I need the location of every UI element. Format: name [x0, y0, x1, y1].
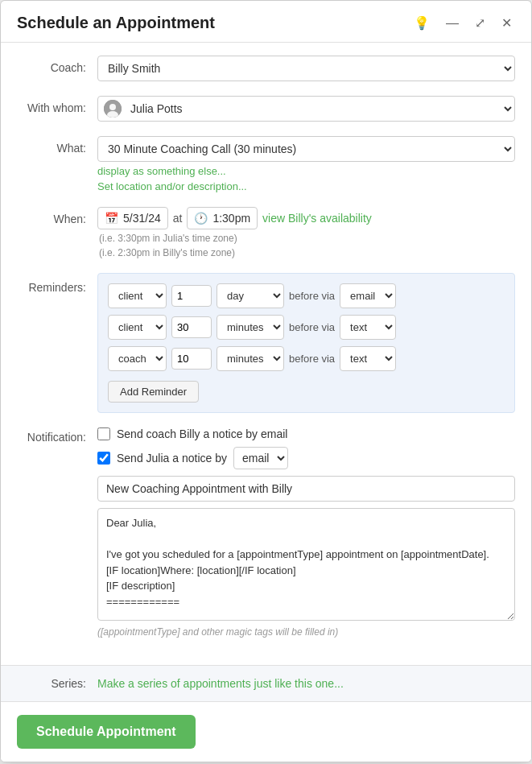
- series-label: Series:: [17, 677, 97, 690]
- reminder-1-who[interactable]: client coach: [108, 283, 167, 308]
- with-whom-row: With whom: Julia Potts: [17, 96, 515, 122]
- reminder-row-2: client coach minutes day hours before vi…: [108, 315, 505, 340]
- calendar-icon: 📅: [105, 212, 118, 225]
- schedule-appointment-dialog: Schedule an Appointment 💡 — ⤢ ✕ Coach: B…: [0, 0, 532, 762]
- date-input[interactable]: 📅 5/31/24: [97, 207, 168, 229]
- notification-row: Notification: Send coach Billy a notice …: [17, 427, 515, 638]
- when-label: When:: [17, 207, 97, 225]
- whom-select-wrapper: Julia Potts: [97, 96, 515, 122]
- coach-notice-checkbox[interactable]: [97, 427, 110, 440]
- with-whom-label: With whom:: [17, 96, 97, 114]
- what-row: What: 30 Minute Coaching Call (30 minute…: [17, 136, 515, 192]
- coach-notice-label[interactable]: Send coach Billy a notice by email: [117, 427, 287, 440]
- set-location-link[interactable]: Set location and/or description...: [97, 180, 515, 192]
- with-whom-select[interactable]: Julia Potts: [97, 96, 515, 122]
- reminder-row-3: coach client minutes day hours before vi…: [108, 346, 505, 371]
- dialog-title: Schedule an Appointment: [17, 14, 215, 32]
- client-notice-checkbox[interactable]: [97, 452, 110, 465]
- reminder-row-1: client coach day days minutes hours befo…: [108, 283, 505, 308]
- at-text: at: [173, 212, 183, 225]
- what-label: What:: [17, 136, 97, 155]
- notification-label: Notification:: [17, 427, 97, 444]
- reminder-3-num[interactable]: [171, 348, 212, 370]
- minimize-icon[interactable]: —: [443, 14, 462, 32]
- magic-tags-note: ([appointmentType] and other magic tags …: [97, 626, 515, 638]
- reminders-row: Reminders: client coach day days minute: [17, 273, 515, 413]
- dialog-header: Schedule an Appointment 💡 — ⤢ ✕: [1, 1, 531, 43]
- client-notice-label[interactable]: Send Julia a notice by: [117, 452, 227, 465]
- header-icons: 💡 — ⤢ ✕: [410, 14, 515, 32]
- when-note-1: (i.e. 3:30pm in Julia's time zone): [97, 233, 515, 244]
- coach-control: Billy Smith: [97, 56, 515, 81]
- clock-icon: 🕐: [194, 212, 208, 225]
- reminder-2-num[interactable]: [171, 316, 212, 338]
- what-control: 30 Minute Coaching Call (30 minutes) dis…: [97, 136, 515, 192]
- reminder-1-before-via: before via: [289, 290, 335, 302]
- when-note-2: (i.e. 2:30pm in Billy's time zone): [97, 247, 515, 258]
- notification-body-textarea[interactable]: Dear Julia, I've got you scheduled for a…: [97, 508, 515, 621]
- reminders-section: client coach day days minutes hours befo…: [97, 273, 515, 413]
- series-section: Series: Make a series of appointments ju…: [1, 665, 531, 702]
- when-row: When: 📅 5/31/24 at 🕐 1:30pm view Billy's…: [17, 207, 515, 258]
- with-whom-control: Julia Potts: [97, 96, 515, 122]
- reminder-3-channel[interactable]: text email: [340, 346, 396, 371]
- reminders-control: client coach day days minutes hours befo…: [97, 273, 515, 413]
- what-select[interactable]: 30 Minute Coaching Call (30 minutes): [97, 136, 515, 162]
- reminder-3-before-via: before via: [289, 353, 335, 365]
- reminder-2-who[interactable]: client coach: [108, 315, 167, 340]
- reminder-1-channel[interactable]: email text: [340, 283, 396, 308]
- view-availability-link[interactable]: view Billy's availability: [262, 212, 372, 225]
- reminder-2-before-via: before via: [289, 321, 335, 333]
- date-value: 5/31/24: [123, 212, 161, 225]
- series-link[interactable]: Make a series of appointments just like …: [97, 677, 344, 690]
- when-control: 📅 5/31/24 at 🕐 1:30pm view Billy's avail…: [97, 207, 515, 258]
- reminder-2-channel[interactable]: text email: [340, 315, 396, 340]
- close-icon[interactable]: ✕: [498, 14, 515, 32]
- dialog-body: Coach: Billy Smith With whom:: [1, 43, 531, 665]
- restore-icon[interactable]: ⤢: [472, 14, 489, 32]
- reminder-2-unit[interactable]: minutes day hours: [217, 315, 284, 340]
- coach-row: Coach: Billy Smith: [17, 56, 515, 81]
- when-inputs: 📅 5/31/24 at 🕐 1:30pm view Billy's avail…: [97, 207, 515, 229]
- time-value: 1:30pm: [212, 212, 250, 225]
- schedule-appointment-button[interactable]: Schedule Appointment: [17, 715, 196, 749]
- reminders-label: Reminders:: [17, 273, 97, 294]
- display-as-link[interactable]: display as something else...: [97, 165, 515, 177]
- notification-section: Send coach Billy a notice by email Send …: [97, 427, 515, 638]
- reminder-1-num[interactable]: [171, 285, 212, 307]
- coach-notice-row: Send coach Billy a notice by email: [97, 427, 515, 440]
- client-notice-row: Send Julia a notice by email text: [97, 447, 515, 469]
- add-reminder-button[interactable]: Add Reminder: [108, 381, 199, 403]
- coach-label: Coach:: [17, 56, 97, 74]
- client-notice-channel-select[interactable]: email text: [233, 447, 288, 469]
- notification-subject-input[interactable]: [97, 476, 515, 502]
- reminder-3-unit[interactable]: minutes day hours: [217, 346, 284, 371]
- bulb-icon[interactable]: 💡: [410, 14, 433, 32]
- dialog-footer: Schedule Appointment: [1, 702, 531, 762]
- reminder-1-unit[interactable]: day days minutes hours: [217, 283, 284, 308]
- coach-select[interactable]: Billy Smith: [97, 56, 515, 81]
- reminder-3-who[interactable]: coach client: [108, 346, 167, 371]
- time-input[interactable]: 🕐 1:30pm: [187, 207, 258, 229]
